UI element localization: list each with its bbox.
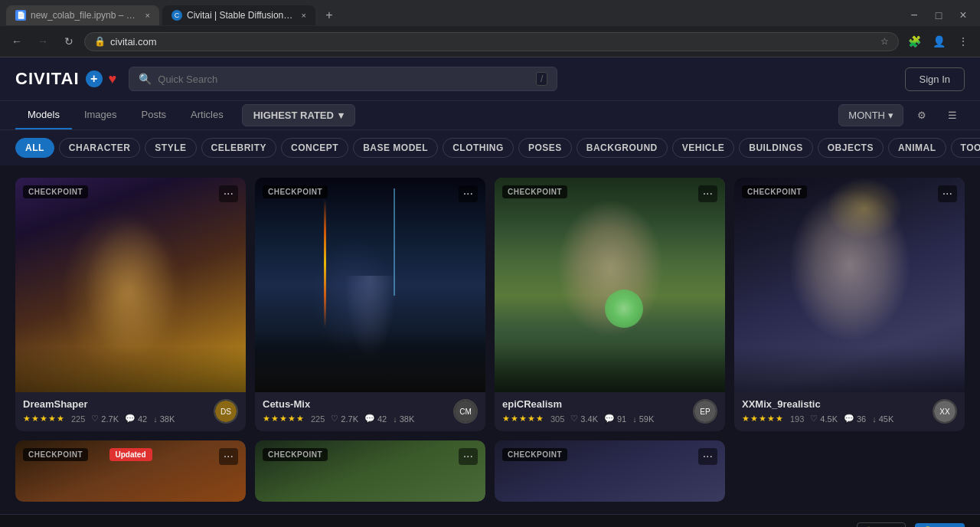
logo-heart-icon[interactable]: ♥ [109, 71, 117, 87]
site-header: CIVITAI + ♥ 🔍 / Sign In [0, 57, 980, 101]
cat-celebrity[interactable]: CELEBRITY [201, 138, 277, 158]
card-comments-2: 💬42 [364, 414, 387, 424]
category-bar: ALL CHARACTER STYLE CELEBRITY CONCEPT BA… [0, 130, 980, 165]
cat-base-model[interactable]: BASE MODEL [353, 138, 438, 158]
cat-vehicle[interactable]: VEHICLE [672, 138, 735, 158]
filter-button[interactable]: ⚙ [910, 103, 934, 128]
card-comments-4: 💬36 [844, 414, 866, 424]
cat-buildings[interactable]: BUILDINGS [739, 138, 813, 158]
card-xxmix[interactable]: CHECKPOINT ··· XX XXMix_9realistic ★★★★★… [734, 178, 965, 431]
tab-title-colab: new_colab_file.ipynb – Collabora... [31, 10, 138, 21]
card-stars-2: ★★★★★ [263, 414, 305, 424]
profile-button[interactable]: 👤 [928, 31, 949, 52]
partial-card-menu-2[interactable]: ··· [459, 448, 478, 465]
card-badge-xxmix: CHECKPOINT [742, 185, 807, 198]
card-stars-1: ★★★★★ [23, 414, 65, 424]
month-filter-button[interactable]: MONTH ▾ [838, 104, 903, 126]
card-avatar-cetus: CM [453, 399, 478, 424]
tab-models[interactable]: Models [15, 101, 72, 129]
more-button[interactable]: ⋮ [952, 31, 974, 52]
card-badge-cetus: CHECKPOINT [263, 185, 328, 198]
card-info-xxmix: XXMix_9realistic ★★★★★ 193 ♡4.5K 💬36 ↓45… [734, 392, 965, 431]
tab-close-colab[interactable]: × [145, 11, 150, 20]
cat-background[interactable]: BACKGROUND [577, 138, 668, 158]
card-title-dreamshaper: DreamShaper [23, 398, 238, 410]
partial-card-1[interactable]: CHECKPOINT Updated ··· [15, 440, 246, 502]
partial-card-menu-1[interactable]: ··· [219, 448, 238, 465]
card-likes-2: ♡2.7K [331, 414, 358, 424]
cat-poses[interactable]: POSES [518, 138, 572, 158]
card-downloads-1: ↓ 38K [153, 414, 175, 424]
site-footer: © Civitai 2023 Support Us ♥ Join Us Term… [0, 514, 980, 527]
layout-button[interactable]: ☰ [940, 103, 965, 128]
card-stars-4: ★★★★★ [742, 414, 784, 424]
search-shortcut: / [536, 72, 547, 86]
card-comments-1: 💬 42 [125, 414, 147, 424]
cat-all[interactable]: ALL [15, 138, 54, 158]
logo[interactable]: CIVITAI + ♥ [15, 69, 116, 89]
url-display: civitai.com [110, 36, 876, 47]
card-dreamshaper[interactable]: CHECKPOINT ··· DS DreamShaper ★★★★★ 225 … [15, 178, 246, 431]
card-badge-dreamshaper: CHECKPOINT [23, 185, 88, 198]
tab-colab[interactable]: 📄 new_colab_file.ipynb – Collabora... × [6, 5, 159, 25]
card-avatar-xxmix: XX [933, 399, 957, 424]
month-dropdown-icon: ▾ [888, 110, 893, 121]
tab-posts[interactable]: Posts [129, 101, 179, 129]
card-menu-cetus[interactable]: ··· [459, 185, 478, 202]
star-icon[interactable]: ☆ [880, 36, 889, 47]
card-menu-xxmix[interactable]: ··· [938, 185, 957, 202]
refresh-button[interactable]: ↻ [58, 31, 80, 52]
partial-card-2[interactable]: CHECKPOINT ··· [255, 440, 485, 502]
partial-card-3[interactable]: CHECKPOINT ··· [495, 440, 725, 502]
cat-style[interactable]: STYLE [145, 138, 196, 158]
tab-favicon-civitai: C [172, 10, 182, 21]
card-rating-count-1: 225 [71, 414, 85, 424]
card-avatar-dreamshaper: DS [214, 399, 238, 424]
card-menu-dreamshaper[interactable]: ··· [219, 185, 238, 202]
month-label: MONTH [848, 110, 885, 121]
logo-plus-button[interactable]: + [86, 70, 103, 87]
card-image-dreamshaper [15, 178, 246, 392]
address-bar[interactable]: 🔒 civitai.com ☆ [84, 32, 899, 51]
nav-right: MONTH ▾ ⚙ ☰ [838, 103, 965, 128]
close-button[interactable]: × [952, 5, 974, 26]
search-input[interactable] [158, 74, 530, 85]
forward-button[interactable]: → [32, 31, 54, 52]
card-image-epic [495, 178, 725, 392]
card-epicrealism[interactable]: CHECKPOINT ··· EP epiCRealism ★★★★★ 305 … [495, 178, 725, 431]
card-stats-epic: ★★★★★ 305 ♡3.4K 💬91 ↓59K [502, 414, 717, 424]
cat-clothing[interactable]: CLOTHING [443, 138, 514, 158]
dropdown-icon: ▾ [338, 110, 344, 121]
tab-articles[interactable]: Articles [178, 101, 236, 129]
tab-close-civitai[interactable]: × [302, 11, 306, 20]
logo-text: CIVITAI [15, 69, 80, 89]
cat-character[interactable]: CHARACTER [59, 138, 141, 158]
card-info-cetus: Cetus-Mix ★★★★★ 225 ♡2.7K 💬42 ↓38K [255, 392, 485, 431]
nav-tabs: Models Images Posts Articles HIGHEST RAT… [0, 101, 980, 130]
card-rating-count-3: 305 [550, 414, 564, 424]
sign-in-button[interactable]: Sign In [905, 67, 965, 91]
ideas-button[interactable]: 💡 Ideas [915, 523, 965, 527]
card-avatar-epic: EP [693, 399, 717, 424]
new-tab-button[interactable]: + [318, 5, 340, 26]
bugs-button[interactable]: 🐛 Bugs [857, 522, 906, 527]
browser-actions: 🧩 👤 ⋮ [903, 31, 974, 52]
cat-animal[interactable]: ANIMAL [888, 138, 946, 158]
cat-concept[interactable]: CONCEPT [281, 138, 348, 158]
tab-title-civitai: Civitai | Stable Diffusion models... [187, 10, 294, 21]
tab-images[interactable]: Images [72, 101, 129, 129]
card-menu-epic[interactable]: ··· [698, 185, 717, 202]
cat-tool[interactable]: TOOL [951, 138, 980, 158]
card-image-cetus [255, 178, 485, 392]
tab-civitai[interactable]: C Civitai | Stable Diffusion models... × [162, 5, 315, 25]
partial-card-badge-1: CHECKPOINT [23, 448, 88, 461]
highest-rated-button[interactable]: HIGHEST RATED ▾ [242, 104, 355, 126]
extensions-button[interactable]: 🧩 [903, 31, 925, 52]
cat-objects[interactable]: OBJECTS [818, 138, 884, 158]
minimize-button[interactable]: − [903, 5, 925, 26]
maximize-button[interactable]: □ [928, 5, 949, 26]
back-button[interactable]: ← [6, 31, 28, 52]
address-bar-row: ← → ↻ 🔒 civitai.com ☆ 🧩 👤 ⋮ [0, 26, 980, 57]
card-cetus-mix[interactable]: CHECKPOINT ··· CM Cetus-Mix ★★★★★ 225 ♡2… [255, 178, 485, 431]
partial-card-menu-3[interactable]: ··· [698, 448, 717, 465]
